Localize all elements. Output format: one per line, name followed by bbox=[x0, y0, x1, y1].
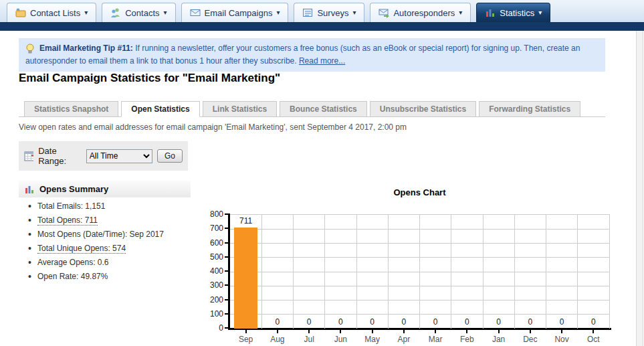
chart-x-tick bbox=[435, 330, 436, 333]
chevron-down-icon: ▾ bbox=[459, 9, 462, 16]
chart-x-label: Nov bbox=[546, 335, 578, 344]
email-marketer-app: Contact Lists ▾ Contacts ▾ Email Campaig… bbox=[0, 0, 644, 346]
summary-open-rate: Open Rate: 49.87% bbox=[37, 272, 108, 281]
chart-bar bbox=[234, 228, 257, 329]
contacts-icon bbox=[110, 7, 121, 18]
nav-tab-email-campaigns[interactable]: Email Campaigns ▾ bbox=[181, 3, 289, 22]
chart-value-label: 0 bbox=[420, 317, 451, 327]
chart-y-label: 700 bbox=[207, 224, 223, 233]
nav-tab-autoresponders[interactable]: Autoresponders ▾ bbox=[370, 3, 471, 22]
chart-y-label: 500 bbox=[207, 252, 223, 262]
chart-grid-v bbox=[324, 215, 325, 329]
chart-grid-v bbox=[293, 215, 294, 329]
calendar-icon bbox=[24, 151, 33, 161]
chart-y-tick bbox=[225, 242, 228, 244]
chevron-down-icon: ▾ bbox=[84, 9, 88, 16]
chart-x-tick bbox=[245, 330, 247, 333]
nav-tab-label: Contacts bbox=[125, 8, 159, 18]
chart-grid-v bbox=[546, 215, 546, 329]
chart-y-tick bbox=[225, 327, 228, 329]
chart-value-label: 0 bbox=[388, 317, 419, 327]
chart-y-label: 600 bbox=[207, 238, 223, 248]
chart-grid-v bbox=[419, 215, 420, 329]
chevron-down-icon: ▾ bbox=[164, 9, 167, 16]
chart-title: Opens Chart bbox=[230, 187, 609, 197]
scrollbar[interactable] bbox=[636, 31, 643, 346]
chart-x-label: Aug bbox=[261, 335, 293, 344]
top-navigation: Contact Lists ▾ Contacts ▾ Email Campaig… bbox=[0, 0, 644, 22]
nav-tab-label: Statistics bbox=[500, 8, 534, 18]
chart-x-label: Jan bbox=[483, 335, 514, 344]
date-range-select[interactable]: All Time bbox=[86, 149, 152, 163]
date-range-label: Date Range: bbox=[38, 146, 82, 166]
chart-y-label: 100 bbox=[207, 309, 223, 319]
chart-value-label: 0 bbox=[546, 317, 578, 327]
autoresponders-icon bbox=[379, 7, 389, 18]
chart-y-tick bbox=[225, 228, 228, 229]
chart-grid-v bbox=[261, 215, 262, 329]
tab-bounce-statistics[interactable]: Bounce Statistics bbox=[280, 101, 367, 116]
read-more-link[interactable]: Read more... bbox=[299, 56, 345, 66]
date-range-panel: Date Range: All Time Go bbox=[19, 141, 188, 171]
tab-unsubscribe-statistics[interactable]: Unsubscribe Statistics bbox=[370, 101, 476, 116]
email-campaigns-icon bbox=[190, 7, 201, 18]
statistics-icon bbox=[485, 7, 496, 18]
chart-x-tick bbox=[561, 330, 562, 333]
list-item: Total Emails: 1,151 bbox=[28, 201, 209, 211]
chart-y-tick bbox=[225, 270, 228, 272]
chart-y-tick bbox=[225, 256, 228, 258]
chart-y-tick bbox=[225, 284, 228, 286]
chart-x-tick bbox=[308, 330, 310, 333]
nav-tab-label: Email Campaigns bbox=[205, 8, 273, 18]
tip-banner: Email Marketing Tip #11: If running a ne… bbox=[19, 38, 605, 72]
nav-tab-statistics[interactable]: Statistics ▾ bbox=[476, 3, 550, 22]
chart-x-label: May bbox=[356, 335, 388, 344]
tab-link-statistics[interactable]: Link Statistics bbox=[203, 101, 277, 116]
list-item: Average Opens: 0.6 bbox=[28, 258, 209, 267]
chart-value-label: 0 bbox=[261, 317, 293, 327]
chart-x-tick bbox=[340, 330, 341, 333]
statistics-sub-tabs: Statistics Snapshot Open Statistics Link… bbox=[19, 101, 605, 117]
tab-forwarding-statistics[interactable]: Forwarding Statistics bbox=[479, 101, 580, 116]
chart-x-tick bbox=[403, 330, 405, 333]
chart-x-label: Sep bbox=[230, 335, 261, 344]
list-item: Open Rate: 49.87% bbox=[28, 272, 209, 281]
chevron-down-icon: ▾ bbox=[276, 9, 280, 16]
nav-tab-contact-lists[interactable]: Contact Lists ▾ bbox=[7, 3, 96, 22]
campaign-description: View open rates and email addresses for … bbox=[19, 122, 407, 132]
summary-average-opens: Average Opens: 0.6 bbox=[37, 258, 109, 267]
chart-value-label: 0 bbox=[514, 317, 546, 327]
chart-x-tick bbox=[277, 330, 278, 333]
chart-x-tick bbox=[466, 330, 467, 333]
chart-grid-v bbox=[514, 215, 515, 329]
chart-x-label: Jul bbox=[294, 335, 325, 344]
list-item: Most Opens (Date/Time): Sep 2017 bbox=[28, 230, 209, 239]
tip-label: Email Marketing Tip #11: bbox=[39, 44, 133, 53]
chart-y-label: 0 bbox=[207, 323, 223, 333]
nav-tab-contacts[interactable]: Contacts ▾ bbox=[102, 3, 175, 22]
header-divider-bar bbox=[0, 22, 644, 31]
summary-total-opens[interactable]: Total Opens: 711 bbox=[37, 215, 98, 226]
chart-y-label: 200 bbox=[207, 295, 223, 305]
nav-tab-label: Surveys bbox=[317, 8, 348, 18]
list-item: Total Unique Opens: 574 bbox=[28, 244, 209, 253]
chart-x-label: Mar bbox=[420, 335, 451, 344]
chart-value-label: 0 bbox=[325, 317, 356, 327]
chart-grid-v bbox=[483, 215, 484, 329]
tab-open-statistics[interactable]: Open Statistics bbox=[121, 101, 199, 117]
chart-value-label: 0 bbox=[356, 317, 388, 327]
opens-chart: Opens Chart 71100000000000 0100200300400… bbox=[213, 186, 618, 346]
nav-tab-surveys[interactable]: Surveys ▾ bbox=[294, 3, 364, 22]
chart-x-label: Jun bbox=[325, 335, 356, 344]
opens-summary-list: Total Emails: 1,151 Total Opens: 711 Mos… bbox=[28, 201, 209, 286]
go-button[interactable]: Go bbox=[157, 149, 183, 163]
opens-summary-title: Opens Summary bbox=[39, 184, 108, 194]
summary-total-unique-opens[interactable]: Total Unique Opens: 574 bbox=[37, 244, 126, 254]
nav-tab-label: Contact Lists bbox=[30, 8, 80, 18]
chart-grid-v bbox=[388, 215, 389, 329]
bar-chart-icon bbox=[24, 184, 35, 195]
summary-most-opens: Most Opens (Date/Time): Sep 2017 bbox=[37, 230, 164, 239]
chart-value-label: 711 bbox=[230, 216, 261, 226]
tab-statistics-snapshot[interactable]: Statistics Snapshot bbox=[24, 101, 118, 116]
chart-grid-v bbox=[577, 215, 578, 329]
